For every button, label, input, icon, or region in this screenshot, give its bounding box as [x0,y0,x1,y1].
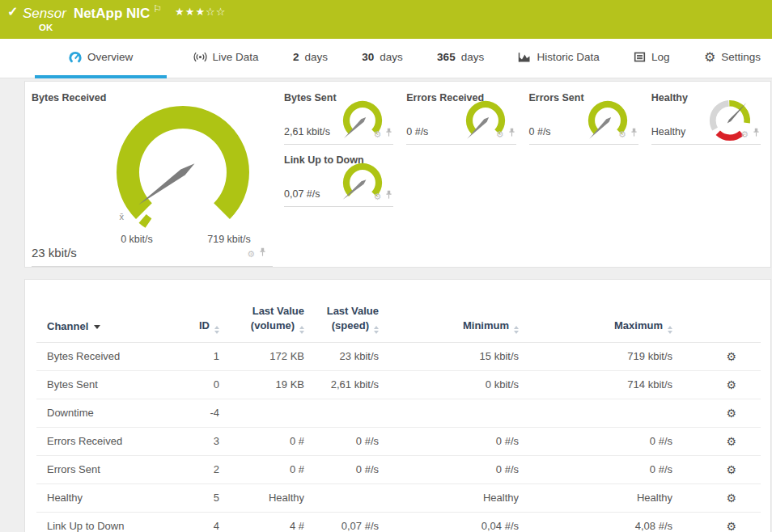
cell-maximum: 0 #/s [519,455,672,483]
gauge-mean-marker: x̄ [120,212,125,222]
channel-settings-icon[interactable]: ⚙ [726,350,736,363]
channels-panel: ChannelIDLast Value(volume)Last Value(sp… [24,279,771,532]
gauge-settings-icon[interactable]: ⚙ [247,250,255,259]
channel-settings-icon[interactable]: ⚙ [726,378,736,391]
column-header-id[interactable]: ID [175,304,219,342]
header-label: Channel [47,320,88,332]
channel-settings-icon[interactable]: ⚙ [726,435,736,448]
tab-log[interactable]: Log [626,39,678,78]
bytes-received-gauge: x̄ [86,87,280,240]
cell-minimum: 0 #/s [379,455,519,483]
broadcast-icon [193,51,207,63]
sensor-kind-label: Sensor [23,6,66,21]
column-header-last-value-volume[interactable]: Last Value(volume) [219,304,304,342]
table-row: Link Up to Down 4 4 # 0,07 #/s 0,04 #/s … [36,512,761,532]
cell-channel[interactable]: Link Up to Down [36,512,175,532]
gauge-settings-icon[interactable]: ⚙ [618,130,626,139]
cell-channel[interactable]: Errors Received [36,427,175,455]
main-gauge-cell: Bytes Received x̄ 0 kbit/s 719 kbit/s 23… [25,82,281,267]
gauge-pin-icon[interactable] [753,128,760,139]
cell-channel[interactable]: Bytes Sent [36,370,175,399]
cell-id: 4 [175,512,219,532]
cell-channel[interactable]: Errors Sent [36,455,175,483]
header-label: (volume) [251,319,295,331]
tab-bar: OverviewLive Data2days30days365daysHisto… [0,39,772,78]
pin-icon [385,190,392,200]
gauge-cell-healthy: Healthy Healthy ⚙ [648,82,770,145]
tab-historic-data[interactable]: Historic Data [510,39,607,78]
tab-2-days[interactable]: 2days [285,39,336,78]
table-row: Bytes Sent 0 19 KB 2,61 kbit/s 0 kbit/s … [36,370,761,399]
tab-live-data[interactable]: Live Data [185,39,267,78]
log-icon [634,51,646,63]
cell-last-value-speed: 0,07 #/s [304,512,379,532]
table-row: Downtime -4 ⚙ [36,399,761,427]
tab-settings[interactable]: ⚙Settings [696,39,769,78]
gauge-pin-icon[interactable] [630,128,638,139]
main-gauge-value: 23 kbit/s [32,246,77,260]
tab-label: days [461,51,485,63]
pin-icon [630,128,638,137]
header-label: ID [199,319,210,331]
gauge-settings-icon[interactable]: ⚙ [496,130,504,139]
column-header-minimum[interactable]: Minimum [379,304,519,342]
cell-last-value-volume: 0 # [219,427,304,455]
cell-id: 3 [175,427,219,455]
column-header-maximum[interactable]: Maximum [519,304,672,342]
header-label: (speed) [332,319,369,331]
gauge-value: Healthy [651,126,685,137]
channels-table: ChannelIDLast Value(volume)Last Value(sp… [36,304,761,532]
cell-channel[interactable]: Healthy [36,483,175,512]
tab-number: 365 [437,51,456,63]
gauge-settings-icon[interactable]: ⚙ [740,130,749,139]
cell-maximum: Healthy [519,483,672,512]
tab-number: 30 [362,51,374,63]
cell-channel[interactable]: Downtime [36,399,175,427]
priority-stars[interactable]: ★★★☆☆ [175,6,226,18]
channel-settings-icon[interactable]: ⚙ [726,492,736,505]
cell-last-value-volume: 19 KB [219,370,304,399]
gauge-pin-icon[interactable] [508,128,515,139]
tab-label: Live Data [213,51,259,63]
cell-last-value-volume: Healthy [219,483,304,512]
gauge-title: Errors Sent [529,92,584,103]
gauge-cell-bytes-sent: Bytes Sent 2,61 kbit/s ⚙ [281,82,403,145]
sensor-status-badge: OK [39,23,53,32]
gauge-value: 0 #/s [529,126,551,137]
cell-last-value-speed: 0 #/s [304,455,379,483]
sort-toggle-icon [299,326,304,334]
tab-30-days[interactable]: 30days [354,39,411,78]
column-header-last-value-speed[interactable]: Last Value(speed) [304,304,379,342]
gauges-panel: Bytes Received x̄ 0 kbit/s 719 kbit/s 23… [24,81,771,268]
cell-id: 5 [175,483,219,512]
gauge-needle [138,163,194,205]
tab-label: days [304,51,328,63]
gauge-title: Healthy [651,92,688,103]
column-header-channel[interactable]: Channel [36,304,175,342]
gauge-settings-icon[interactable]: ⚙ [373,130,381,139]
gauge-pin-icon[interactable] [259,247,266,259]
table-row: Errors Sent 2 0 # 0 #/s 0 #/s 0 #/s ⚙ [36,455,761,483]
cell-channel[interactable]: Bytes Received [36,342,175,370]
flag-icon[interactable]: ⚐ [153,3,162,15]
tab-overview[interactable]: Overview [35,39,167,78]
cell-maximum: 4,08 #/s [519,512,672,532]
main-gauge-actions: ⚙ [247,247,266,259]
gauge-pin-icon[interactable] [385,190,392,201]
gauge-cell-errors-received: Errors Received 0 #/s ⚙ [403,82,525,145]
gauge-settings-icon[interactable]: ⚙ [373,192,381,201]
gauge-pin-icon[interactable] [385,128,392,139]
divider [32,266,273,267]
channel-settings-icon[interactable]: ⚙ [726,407,736,420]
gauge-icon [69,51,82,64]
cell-minimum [379,399,519,427]
sensor-header: ✓ SensorNetApp NIC⚐★★★☆☆ OK [0,0,772,39]
tab-label: Log [651,51,670,63]
sort-toggle-icon [374,326,379,334]
cell-maximum: 719 kbit/s [519,342,672,370]
channel-settings-icon[interactable]: ⚙ [726,463,736,476]
tab-label: Settings [721,51,761,63]
status-check-icon: ✓ [7,4,18,19]
tab-365-days[interactable]: 365days [429,39,492,78]
channel-settings-icon[interactable]: ⚙ [726,520,736,532]
